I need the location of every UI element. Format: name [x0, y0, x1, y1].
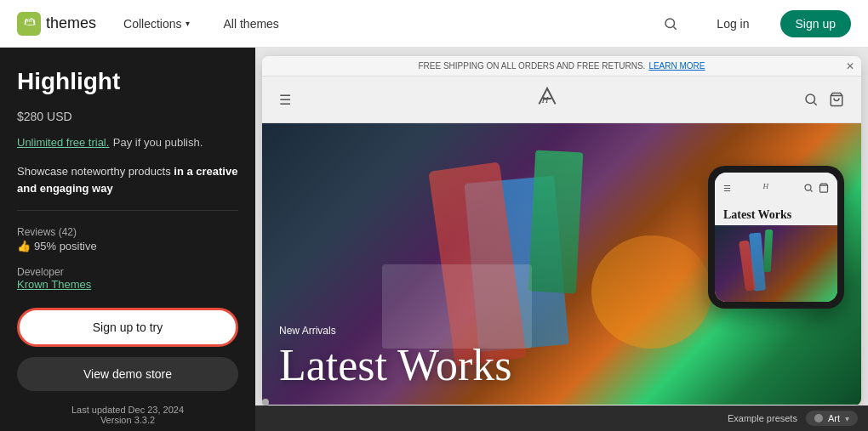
view-demo-button[interactable]: View demo store [17, 357, 238, 391]
search-icon [663, 16, 678, 31]
preset-name-label: Art [828, 413, 840, 423]
reviews-label: Reviews (42) [17, 226, 238, 238]
store-nav: ☰ H [262, 77, 861, 123]
mobile-art-preview [715, 225, 837, 302]
mobile-icons [803, 183, 829, 193]
store-logo: H [534, 85, 561, 114]
example-presets-label: Example presets [728, 413, 797, 423]
logo-link[interactable]: themes [17, 12, 96, 36]
thumbs-up-icon: 👍 [17, 240, 31, 252]
pay-if-publish-text: Pay if you publish. [113, 136, 203, 149]
preset-selector[interactable]: Art ▾ [806, 411, 858, 426]
store-latest-works-text: Latest Works [279, 343, 844, 388]
hamburger-icon[interactable]: ☰ [279, 92, 291, 108]
developer-name[interactable]: Krown Themes [17, 278, 238, 291]
svg-text:H: H [762, 182, 768, 190]
mobile-latest-works-text: Latest Works [715, 203, 837, 225]
resize-handle[interactable] [262, 399, 269, 405]
all-themes-nav-item[interactable]: All themes [217, 12, 286, 36]
notification-text: FREE SHIPPING ON ALL ORDERS AND FREE RET… [418, 61, 645, 71]
mobile-mockup: ☰ H [708, 166, 844, 309]
svg-point-4 [806, 94, 815, 104]
store-new-arrivals: New Arrivals [279, 325, 844, 337]
divider [17, 210, 238, 211]
svg-line-5 [814, 102, 816, 105]
update-info: Last updated Dec 23, 2024 Version 3.3.2 [17, 405, 238, 425]
developer-section: Developer Krown Themes [17, 266, 238, 291]
sign-up-to-try-button[interactable]: Sign up to try [17, 308, 238, 347]
search-button[interactable] [655, 9, 686, 39]
reviews-section: Reviews (42) 👍 95% positive [17, 226, 238, 252]
mobile-screen: ☰ H [715, 173, 837, 302]
theme-description: Showcase noteworthy products in a creati… [17, 163, 238, 196]
mobile-nav: ☰ H [715, 173, 837, 203]
preset-dot-icon [814, 414, 823, 422]
price-area: $280 USD [17, 109, 238, 124]
svg-point-1 [665, 19, 675, 28]
top-nav: themes Collections ▾ All themes Log in S… [0, 0, 868, 48]
browser-mockup: FREE SHIPPING ON ALL ORDERS AND FREE RET… [262, 56, 861, 405]
reviews-positive: 👍 95% positive [17, 240, 238, 252]
login-button[interactable]: Log in [706, 12, 759, 36]
mobile-hamburger-icon: ☰ [723, 184, 731, 193]
theme-price: $280 USD [17, 110, 72, 123]
developer-label: Developer [17, 266, 238, 278]
svg-line-2 [674, 26, 677, 29]
svg-line-9 [810, 190, 812, 191]
notification-close-icon[interactable]: ✕ [846, 60, 854, 72]
trial-info: Unlimited free trial. Pay if you publish… [17, 134, 238, 150]
bottom-bar: Example presets Art ▾ [255, 405, 868, 431]
svg-rect-0 [17, 12, 41, 36]
preset-chevron-icon: ▾ [845, 414, 849, 423]
store-notification-bar: FREE SHIPPING ON ALL ORDERS AND FREE RET… [262, 56, 861, 77]
svg-text:H: H [541, 94, 550, 105]
main-layout: Highlight $280 USD Unlimited free trial.… [0, 48, 868, 431]
preview-area: FREE SHIPPING ON ALL ORDERS AND FREE RET… [255, 48, 868, 431]
collections-chevron-icon: ▾ [186, 19, 190, 28]
store-cart-icon[interactable] [829, 92, 844, 107]
mobile-cart-icon [819, 183, 829, 193]
store-search-icon[interactable] [803, 92, 819, 107]
version-text: Version 3.3.2 [100, 415, 155, 425]
mobile-logo: H [759, 179, 776, 196]
notification-link[interactable]: LEARN MORE [648, 61, 705, 71]
signup-button[interactable]: Sign up [780, 10, 851, 37]
all-themes-label: All themes [224, 17, 279, 31]
store-content: New Arrivals Latest Works ☰ H [262, 123, 861, 405]
store-nav-icons [803, 92, 844, 107]
last-updated-text: Last updated Dec 23, 2024 [71, 405, 184, 415]
collections-nav-item[interactable]: Collections ▾ [117, 12, 196, 36]
svg-point-8 [805, 184, 811, 190]
mobile-search-icon [803, 183, 814, 193]
theme-title: Highlight [17, 68, 238, 95]
left-sidebar: Highlight $280 USD Unlimited free trial.… [0, 48, 255, 431]
shopify-logo-icon [17, 12, 41, 36]
collections-label: Collections [123, 17, 181, 31]
logo-text: themes [46, 14, 96, 32]
free-trial-link[interactable]: Unlimited free trial. [17, 136, 109, 149]
